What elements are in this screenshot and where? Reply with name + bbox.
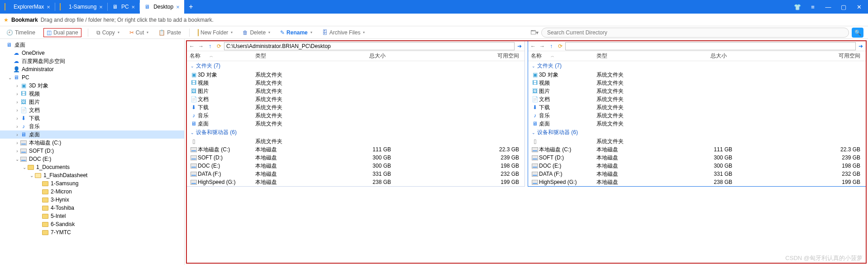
paste-button[interactable]: 📋Paste [157, 29, 183, 37]
new-tab-button[interactable]: + [184, 0, 198, 14]
tree-node[interactable]: 6-Sandisk [0, 220, 184, 228]
list-item[interactable]: ▣3D 对象系统文件夹 [187, 71, 525, 79]
column-headers[interactable]: 名称︿ 类型 总大小 可用空间 [528, 51, 866, 61]
list-item[interactable]: ♪音乐系统文件夹 [187, 111, 525, 120]
path-input[interactable] [224, 42, 515, 50]
up-button[interactable]: ↑ [206, 43, 214, 49]
tree-node[interactable]: ⌄🖥PC [0, 73, 184, 82]
list-item[interactable]: ⬇下载系统文件夹 [528, 103, 866, 111]
toggle-icon[interactable]: › [14, 149, 20, 154]
tree-node[interactable]: 7-YMTC [0, 228, 184, 236]
tree-node[interactable]: ›🎞视频 [0, 90, 184, 98]
cut-button[interactable]: ✂Cut▾ [128, 29, 151, 37]
list-item[interactable]: DOC (E:)本地磁盘300 GB198 GB [528, 162, 866, 170]
list-item[interactable]: SOFT (D:)本地磁盘300 GB239 GB [528, 154, 866, 162]
toggle-icon[interactable]: › [14, 132, 20, 137]
list-item[interactable]: DATA (F:)本地磁盘331 GB232 GB [187, 170, 525, 178]
refresh-button[interactable]: ⟳ [556, 43, 564, 49]
delete-button[interactable]: 🗑Delete▾ [241, 29, 272, 37]
address-icon[interactable]: 🗔▾ [530, 29, 539, 36]
minimize-button[interactable]: — [823, 4, 834, 10]
group-folders[interactable]: ⌄文件夹 (7) [528, 61, 866, 71]
toggle-icon[interactable]: › [14, 116, 20, 121]
folder-tree[interactable]: 🖥桌面☁OneDrive☁百度网盘同步空间👤Administrator⌄🖥PC›… [0, 39, 185, 265]
toggle-icon[interactable]: ⌄ [29, 173, 34, 178]
list-item[interactable]: SOFT (D:)本地磁盘300 GB239 GB [187, 154, 525, 162]
tree-node[interactable]: 👤Administrator [0, 65, 184, 73]
tree-node[interactable]: ›♪音乐 [0, 122, 184, 130]
tree-node[interactable]: ›本地磁盘 (C:) [0, 139, 184, 147]
close-icon[interactable]: × [99, 4, 103, 10]
maximize-button[interactable]: ▢ [838, 4, 849, 10]
toggle-icon[interactable]: › [14, 92, 20, 96]
toggle-icon[interactable]: › [14, 140, 20, 145]
column-headers[interactable]: 名称︿ 类型 总大小 可用空间 [187, 51, 525, 61]
sort-icon[interactable]: ︿ [210, 53, 213, 58]
close-icon[interactable]: × [132, 4, 135, 10]
search-button[interactable]: 🔍 [852, 28, 863, 38]
newfolder-button[interactable]: New Folder▾ [196, 29, 234, 37]
sort-icon[interactable]: ︿ [551, 53, 554, 58]
tree-node[interactable]: ›⬇下载 [0, 114, 184, 122]
list-item[interactable]: ▣3D 对象系统文件夹 [528, 71, 866, 79]
up-button[interactable]: ↑ [547, 43, 555, 49]
tree-node[interactable]: ›🖼图片 [0, 98, 184, 106]
forward-button[interactable]: → [197, 43, 205, 49]
file-list[interactable]: ⌄文件夹 (7)▣3D 对象系统文件夹🎞视频系统文件夹🖼图片系统文件夹📄文档系统… [528, 61, 866, 186]
tree-node[interactable]: ☁百度网盘同步空间 [0, 57, 184, 65]
list-item[interactable]: 🎞视频系统文件夹 [187, 79, 525, 87]
list-item[interactable]: 📄文档系统文件夹 [187, 95, 525, 103]
dual-pane-button[interactable]: ◫Dual pane [43, 28, 81, 37]
tree-node[interactable]: ⌄DOC (E:) [0, 155, 184, 163]
list-item[interactable]: 📄文档系统文件夹 [528, 95, 866, 103]
group-drives[interactable]: ⌄设备和驱动器 (6) [187, 128, 525, 137]
tab-desktop[interactable]: 🖥 Desktop × [140, 0, 184, 14]
list-item[interactable]: 🖥桌面系统文件夹 [528, 120, 866, 128]
search-input[interactable] [541, 28, 849, 38]
tree-node[interactable]: 3-Hynix [0, 196, 184, 204]
menu-icon[interactable]: ≡ [807, 4, 818, 10]
toggle-icon[interactable]: › [14, 124, 20, 129]
shirt-icon[interactable]: 👕 [792, 4, 803, 10]
list-item[interactable]: ⬇下载系统文件夹 [187, 103, 525, 111]
file-list[interactable]: ⌄文件夹 (7)▣3D 对象系统文件夹🎞视频系统文件夹🖼图片系统文件夹📄文档系统… [187, 61, 525, 186]
toggle-icon[interactable]: ⌄ [14, 157, 20, 162]
timeline-button[interactable]: 🕘Timeline [5, 29, 37, 37]
list-item[interactable]: 🖼图片系统文件夹 [187, 87, 525, 95]
back-button[interactable]: ← [529, 43, 537, 49]
list-item[interactable]: DOC (E:)本地磁盘300 GB198 GB [187, 162, 525, 170]
tree-node[interactable]: 🖥桌面 [0, 41, 184, 49]
list-item[interactable]: 本地磁盘 (C:)本地磁盘111 GB22.3 GB [528, 145, 866, 154]
list-item[interactable]: ▯系统文件夹 [528, 137, 866, 145]
tree-node[interactable]: 5-Intel [0, 212, 184, 220]
refresh-button[interactable]: ⟳ [215, 43, 223, 49]
tree-node[interactable]: 2-Micron [0, 188, 184, 196]
toggle-icon[interactable]: › [14, 100, 20, 105]
forward-button[interactable]: → [538, 43, 546, 49]
tree-node[interactable]: ⌄1_FlashDatasheet [0, 171, 184, 179]
close-icon[interactable]: × [47, 4, 50, 10]
close-window-button[interactable]: ✕ [854, 4, 864, 10]
tree-node[interactable]: ›🖥桌面 [0, 130, 184, 139]
tree-node[interactable]: 4-Toshiba [0, 204, 184, 212]
tree-node[interactable]: 1-Samsung [0, 179, 184, 188]
toggle-icon[interactable]: ⌄ [22, 165, 27, 170]
tab-pc[interactable]: 🖥 PC × [108, 0, 139, 14]
tab-explorermax[interactable]: ExplorerMax × [0, 0, 55, 14]
tree-node[interactable]: ›▣3D 对象 [0, 82, 184, 90]
list-item[interactable]: HighSpeed (G:)本地磁盘238 GB199 GB [528, 178, 866, 186]
tree-node[interactable]: ⌄1_Documents [0, 163, 184, 171]
list-item[interactable]: 🖼图片系统文件夹 [528, 87, 866, 95]
tab-1samsung[interactable]: 1-Samsung × [55, 0, 107, 14]
list-item[interactable]: 🖥桌面系统文件夹 [187, 120, 525, 128]
copy-button[interactable]: ⧉Copy▾ [95, 29, 121, 37]
tree-node[interactable]: ›📄文档 [0, 106, 184, 114]
list-item[interactable]: ▯系统文件夹 [187, 137, 525, 145]
go-button[interactable]: ➜ [515, 43, 524, 49]
archive-button[interactable]: 🗄Archive Files▾ [320, 29, 367, 37]
toggle-icon[interactable]: › [14, 83, 20, 88]
back-button[interactable]: ← [188, 43, 196, 49]
group-drives[interactable]: ⌄设备和驱动器 (6) [528, 128, 866, 137]
toggle-icon[interactable]: › [14, 108, 20, 113]
list-item[interactable]: 🎞视频系统文件夹 [528, 79, 866, 87]
